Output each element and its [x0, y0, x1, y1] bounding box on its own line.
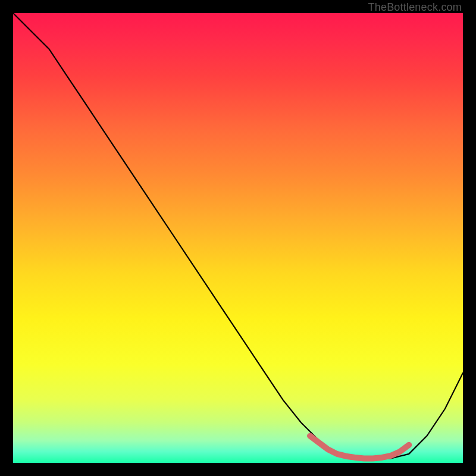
watermark-text: TheBottleneck.com	[368, 1, 462, 14]
curve-layer	[13, 13, 463, 463]
optimal-zone-marker	[310, 436, 409, 459]
chart-frame: TheBottleneck.com	[0, 0, 476, 476]
bottleneck-curve	[13, 13, 463, 458]
